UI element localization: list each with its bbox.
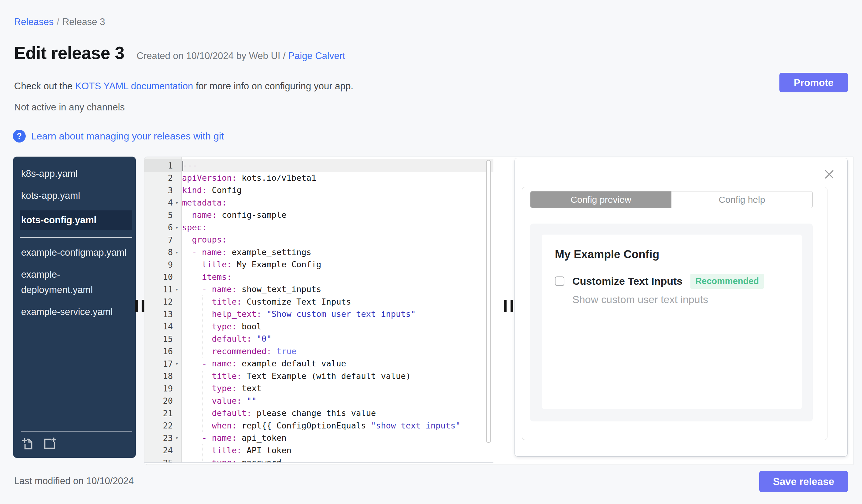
code-token [262, 309, 266, 319]
code-token [182, 272, 202, 282]
code-token: Text Example (with default value) [241, 371, 411, 381]
code-token: password [237, 458, 282, 463]
sidebar-file-example-service.yaml[interactable]: example-service.yaml [13, 301, 136, 323]
fold-arrow-icon[interactable]: ▾ [173, 286, 181, 292]
code-token: example_default_value [237, 359, 346, 368]
code-token [182, 334, 212, 343]
channel-status: Not active in any channels [14, 102, 125, 113]
line-number-text: 18 [163, 371, 173, 381]
code-line[interactable]: title: Text Example (with default value) [182, 370, 493, 383]
code-token: type: [212, 322, 237, 331]
code-line[interactable]: - name: example_settings [182, 246, 493, 259]
config-item-help-text: Show custom user text inputs [572, 294, 802, 306]
folder-plus-icon [43, 437, 56, 450]
code-token: spec: [182, 223, 207, 232]
code-line[interactable]: name: config-sample [182, 209, 493, 222]
tab-config-help[interactable]: Config help [671, 191, 812, 208]
code-line[interactable]: metadata: [182, 197, 493, 209]
code-line[interactable]: apiVersion: kots.io/v1beta1 [182, 172, 493, 184]
fold-arrow-icon[interactable]: ▾ [173, 225, 181, 230]
line-number-text: 1 [168, 161, 173, 170]
code-line[interactable]: - name: api_token [182, 432, 493, 445]
code-token [182, 322, 212, 331]
code-line[interactable]: --- [182, 159, 493, 172]
close-panel-button[interactable] [823, 169, 835, 180]
code-line[interactable]: type: bool [182, 320, 493, 333]
sidebar-file-example-configmap.yaml[interactable]: example-configmap.yaml [13, 242, 136, 264]
code-line[interactable]: value: "" [182, 395, 493, 407]
breadcrumb-releases-link[interactable]: Releases [14, 16, 53, 27]
line-number-text: 16 [163, 346, 173, 356]
sidebar-file-kots-config.yaml[interactable]: kots-config.yaml [20, 210, 132, 230]
promote-button[interactable]: Promote [780, 73, 848, 92]
code-line[interactable]: recommended: true [182, 345, 493, 358]
line-number: 7 [144, 234, 181, 246]
code-token [207, 284, 212, 294]
code-token [182, 260, 202, 269]
line-number-text: 22 [163, 421, 173, 430]
code-line[interactable]: type: password [182, 456, 493, 463]
code-line[interactable]: items: [182, 271, 493, 283]
code-line[interactable]: title: My Example Config [182, 258, 493, 271]
config-item-title: Customize Text Inputs [572, 275, 682, 287]
editor-code[interactable]: ---apiVersion: kots.io/v1beta1kind: Conf… [182, 157, 493, 463]
code-line[interactable]: title: Customize Text Inputs [182, 296, 493, 308]
code-token [241, 396, 247, 406]
code-token: when: [212, 421, 237, 430]
indent-guide [202, 295, 203, 358]
line-number-text: 25 [163, 458, 173, 463]
sidebar-file-k8s-app.yaml[interactable]: k8s-app.yaml [13, 163, 136, 185]
line-number-text: 12 [163, 297, 173, 306]
file-list-divider [20, 237, 132, 238]
editor-preview-resize-handle[interactable] [504, 300, 513, 312]
customize-text-inputs-checkbox[interactable] [555, 277, 564, 286]
code-line[interactable]: groups: [182, 234, 493, 246]
new-file-button[interactable] [21, 437, 35, 450]
author-link[interactable]: Paige Calvert [288, 51, 345, 61]
code-token [182, 421, 212, 430]
line-number: 19 [144, 382, 181, 395]
code-token: My Example Config [232, 260, 322, 269]
editor-scrollbar[interactable] [486, 160, 491, 443]
code-token: type: [212, 384, 237, 393]
yaml-editor[interactable]: 1234▾56▾78▾91011▾121314151617▾1819202122… [144, 157, 493, 463]
edit-release-page: Releases/Release 3 Edit release 3 Create… [0, 0, 862, 504]
page-title: Edit release 3 [14, 43, 125, 63]
code-line[interactable]: - name: example_default_value [182, 358, 493, 370]
code-token: API token [241, 446, 291, 455]
line-number: 11▾ [144, 283, 181, 296]
code-token [182, 248, 192, 257]
new-folder-button[interactable] [43, 437, 56, 450]
fold-arrow-icon[interactable]: ▾ [173, 200, 181, 206]
code-line[interactable]: default: "0" [182, 333, 493, 345]
line-number: 14 [144, 320, 181, 333]
sidebar-editor-resize-handle[interactable] [135, 300, 144, 312]
fold-arrow-icon[interactable]: ▾ [173, 249, 181, 255]
recommended-badge: Recommended [690, 274, 764, 289]
code-line[interactable]: when: repl{{ ConfigOptionEquals "show_te… [182, 420, 493, 432]
close-icon [823, 169, 835, 180]
save-release-button[interactable]: Save release [759, 471, 848, 492]
code-token: Config [207, 185, 241, 195]
fold-arrow-icon[interactable]: ▾ [173, 435, 181, 441]
fold-arrow-icon[interactable]: ▾ [173, 361, 181, 367]
code-token [182, 297, 212, 306]
code-token: kind: [182, 185, 207, 195]
code-line[interactable]: spec: [182, 222, 493, 234]
line-number: 23▾ [144, 432, 181, 445]
code-token: default: [212, 334, 252, 343]
line-number: 16 [144, 345, 181, 358]
code-line[interactable]: default: please change this value [182, 407, 493, 420]
code-line[interactable]: kind: Config [182, 184, 493, 197]
code-line[interactable]: - name: show_text_inputs [182, 283, 493, 296]
git-help-link[interactable]: ? Learn about managing your releases wit… [13, 130, 224, 143]
code-line[interactable]: help_text: "Show custom user text inputs… [182, 308, 493, 320]
indent-guide [202, 444, 203, 461]
sidebar-file-kots-app.yaml[interactable]: kots-app.yaml [13, 185, 136, 207]
code-line[interactable]: title: API token [182, 445, 493, 457]
kots-yaml-docs-link[interactable]: KOTS YAML documentation [75, 81, 193, 91]
sidebar-file-example-deployment.yaml[interactable]: example-deployment.yaml [13, 264, 136, 301]
code-line[interactable]: type: text [182, 382, 493, 395]
tab-config-preview[interactable]: Config preview [531, 191, 671, 208]
line-number-text: 10 [163, 272, 173, 282]
